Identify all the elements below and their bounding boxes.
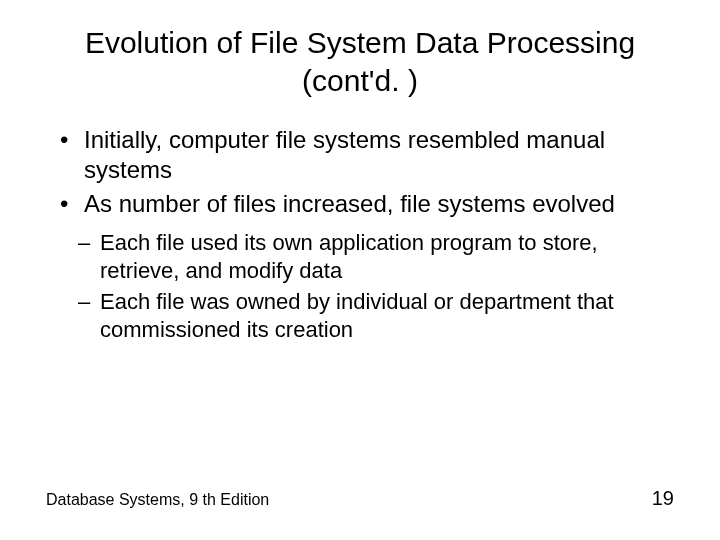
bullet-list-level2: Each file used its own application progr… <box>74 229 680 343</box>
list-item: Each file was owned by individual or dep… <box>74 288 680 343</box>
list-item: Initially, computer file systems resembl… <box>50 125 680 185</box>
page-number: 19 <box>652 487 674 510</box>
footer-source: Database Systems, 9 th Edition <box>46 491 269 509</box>
slide-title: Evolution of File System Data Processing… <box>70 24 650 99</box>
slide-footer: Database Systems, 9 th Edition 19 <box>46 487 674 510</box>
bullet-list-level1: Initially, computer file systems resembl… <box>50 125 680 219</box>
list-item: As number of files increased, file syste… <box>50 189 680 219</box>
slide: Evolution of File System Data Processing… <box>0 0 720 540</box>
list-item: Each file used its own application progr… <box>74 229 680 284</box>
